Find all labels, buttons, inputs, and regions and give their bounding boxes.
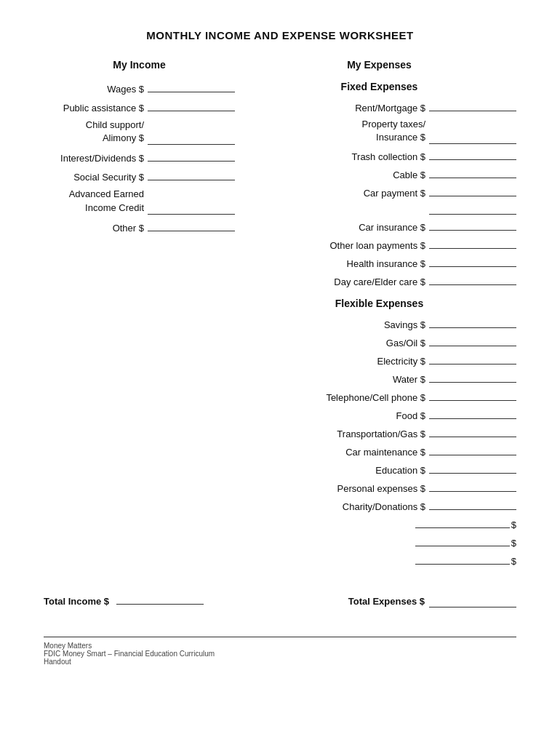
- food-input[interactable]: [429, 407, 516, 419]
- water-row: Water $: [242, 371, 516, 385]
- daycare-input[interactable]: [429, 274, 516, 285]
- health-insurance-label: Health insurance $: [347, 258, 425, 269]
- other-loan-row: Other loan payments $: [242, 237, 516, 251]
- savings-row: Savings $: [242, 316, 516, 330]
- car-insurance-input[interactable]: [429, 219, 516, 231]
- car-maintenance-row: Car maintenance $: [242, 444, 516, 458]
- earned-income-label: Advanced EarnedIncome Credit: [69, 188, 144, 214]
- rent-input[interactable]: [429, 100, 516, 111]
- water-input[interactable]: [429, 371, 516, 383]
- trash-row: Trash collection $: [242, 148, 516, 162]
- water-label: Water $: [393, 374, 425, 385]
- gas-oil-label: Gas/Oil $: [386, 338, 425, 348]
- other-income-label: Other $: [113, 223, 144, 234]
- custom-dollar-1: $: [511, 519, 516, 530]
- custom-dollar-3: $: [511, 556, 516, 567]
- car-payment-label: Car payment $: [364, 188, 425, 199]
- income-header: My Income: [44, 59, 235, 71]
- gas-oil-input[interactable]: [429, 335, 516, 346]
- earned-income-row: Advanced EarnedIncome Credit: [44, 188, 235, 214]
- food-label: Food $: [396, 410, 425, 421]
- custom-row-3: $: [242, 553, 516, 567]
- child-support-row: Child support/Alimony $: [44, 119, 235, 145]
- fixed-expenses-header: Fixed Expenses: [242, 81, 516, 92]
- education-row: Education $: [242, 462, 516, 476]
- expenses-section: My Expenses Fixed Expenses Rent/Mortgage…: [242, 59, 516, 571]
- public-assistance-input[interactable]: [148, 100, 235, 111]
- telephone-row: Telephone/Cell phone $: [242, 389, 516, 403]
- total-income-section: Total Income $: [44, 593, 242, 607]
- electricity-input[interactable]: [429, 353, 516, 364]
- car-maintenance-input[interactable]: [429, 444, 516, 455]
- totals-row: Total Income $ Total Expenses $: [44, 593, 516, 607]
- child-support-label: Child support/Alimony $: [86, 119, 144, 145]
- other-income-input[interactable]: [148, 220, 235, 231]
- education-label: Education $: [375, 465, 425, 476]
- total-expenses-label: Total Expenses $: [348, 596, 425, 607]
- interest-input[interactable]: [148, 150, 235, 162]
- charity-label: Charity/Donations $: [343, 501, 425, 512]
- custom-input-1a[interactable]: [415, 517, 510, 528]
- interest-row: Interest/Dividends $: [44, 150, 235, 164]
- transportation-input[interactable]: [429, 426, 516, 437]
- custom-input-2a[interactable]: [415, 535, 510, 546]
- property-tax-row: Property taxes/Insurance $: [242, 118, 516, 144]
- footer-line1: Money Matters: [44, 642, 516, 650]
- car-payment-row: Car payment $: [242, 185, 516, 199]
- expenses-main-header: My Expenses: [242, 59, 516, 71]
- public-assistance-row: Public assistance $: [44, 100, 235, 113]
- custom-dollar-2: $: [511, 538, 516, 549]
- savings-label: Savings $: [384, 319, 425, 330]
- health-insurance-row: Health insurance $: [242, 255, 516, 269]
- flexible-expenses-header: Flexible Expenses: [242, 298, 516, 309]
- education-input[interactable]: [429, 462, 516, 474]
- property-tax-label: Property taxes/Insurance $: [362, 118, 425, 144]
- trash-label: Trash collection $: [352, 151, 425, 162]
- other-loan-label: Other loan payments $: [329, 240, 425, 251]
- custom-row-1: $: [242, 517, 516, 530]
- electricity-row: Electricity $: [242, 353, 516, 367]
- total-expenses-input[interactable]: [429, 596, 516, 607]
- rent-row: Rent/Mortgage $: [242, 100, 516, 113]
- wages-input[interactable]: [148, 81, 235, 92]
- earned-income-input[interactable]: [148, 203, 235, 215]
- custom-input-3a[interactable]: [415, 553, 510, 565]
- social-security-input[interactable]: [148, 169, 235, 180]
- telephone-label: Telephone/Cell phone $: [326, 392, 425, 403]
- health-insurance-input[interactable]: [429, 255, 516, 267]
- car-insurance-row: Car insurance $: [242, 219, 516, 233]
- charity-row: Charity/Donations $: [242, 498, 516, 512]
- cable-input[interactable]: [429, 167, 516, 178]
- gas-oil-row: Gas/Oil $: [242, 335, 516, 348]
- trash-input[interactable]: [429, 148, 516, 160]
- car-insurance-label: Car insurance $: [359, 222, 425, 233]
- blank-input-1[interactable]: [429, 203, 516, 215]
- daycare-label: Day care/Elder care $: [334, 276, 425, 287]
- blank-line-1: [242, 203, 516, 215]
- electricity-label: Electricity $: [377, 356, 425, 367]
- footer: Money Matters FDIC Money Smart – Financi…: [44, 637, 516, 666]
- other-income-row: Other $: [44, 220, 235, 234]
- savings-input[interactable]: [429, 316, 516, 328]
- wages-label: Wages $: [107, 84, 144, 95]
- personal-expenses-label: Personal expenses $: [337, 483, 425, 494]
- total-income-input[interactable]: [116, 593, 204, 605]
- social-security-row: Social Security $: [44, 169, 235, 183]
- footer-line2: FDIC Money Smart – Financial Education C…: [44, 650, 516, 658]
- cable-row: Cable $: [242, 167, 516, 180]
- income-section: My Income Wages $ Public assistance $ Ch…: [44, 59, 242, 239]
- other-loan-input[interactable]: [429, 237, 516, 249]
- total-expenses-section: Total Expenses $: [242, 596, 516, 607]
- child-support-input[interactable]: [148, 133, 235, 145]
- social-security-label: Social Security $: [73, 172, 144, 183]
- car-payment-input[interactable]: [429, 185, 516, 196]
- property-tax-input[interactable]: [429, 132, 516, 144]
- telephone-input[interactable]: [429, 389, 516, 401]
- transportation-row: Transportation/Gas $: [242, 426, 516, 439]
- charity-input[interactable]: [429, 498, 516, 510]
- public-assistance-label: Public assistance $: [63, 103, 144, 113]
- daycare-row: Day care/Elder care $: [242, 274, 516, 287]
- car-maintenance-label: Car maintenance $: [345, 447, 425, 458]
- personal-expenses-input[interactable]: [429, 480, 516, 492]
- transportation-label: Transportation/Gas $: [337, 429, 425, 439]
